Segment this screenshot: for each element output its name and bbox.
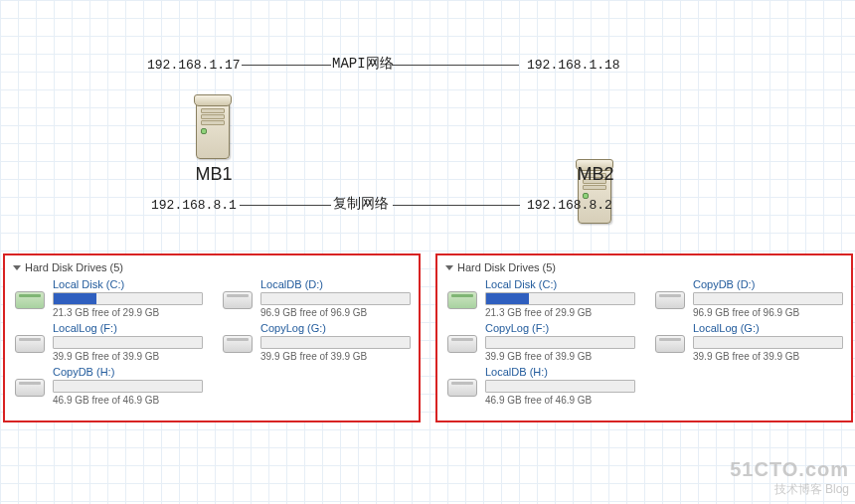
drive-icon [445,285,479,311]
drive-usage-bar [485,380,635,393]
drive-icon [653,285,687,311]
drive-name: CopyLog (F:) [485,322,635,334]
watermark-line1: 51CTO.com [730,458,849,481]
drive-item[interactable]: CopyDB (H:)46.9 GB free of 46.9 GB [13,367,203,405]
ip-mb2-mapi: 192.168.1.18 [527,58,620,73]
repl-line-left [240,205,331,206]
drive-icon [13,285,47,311]
drive-item[interactable]: LocalDB (D:)96.9 GB free of 96.9 GB [221,279,411,317]
watermark-line2: 技术博客 Blog [730,481,849,498]
drives-panel-mb1-header: Hard Disk Drives (5) [25,261,123,273]
drive-item[interactable]: Local Disk (C:)21.3 GB free of 29.9 GB [13,279,203,317]
drive-free-text: 39.9 GB free of 39.9 GB [53,351,203,362]
drive-free-text: 39.9 GB free of 39.9 GB [485,351,635,362]
drive-name: LocalDB (D:) [260,278,411,290]
drive-name: Local Disk (C:) [485,278,635,290]
drive-free-text: 46.9 GB free of 46.9 GB [485,395,635,406]
drive-icon [221,285,255,311]
drives-panel-mb1: Hard Disk Drives (5) Local Disk (C:)21.3… [3,253,421,422]
drive-name: Local Disk (C:) [53,278,203,290]
mapi-line-left [242,65,331,66]
drive-usage-bar [485,336,635,349]
drive-item[interactable]: LocalDB (H:)46.9 GB free of 46.9 GB [445,367,635,405]
drive-icon [445,329,479,355]
drive-usage-bar [260,292,411,305]
drive-icon [653,329,687,355]
drive-usage-bar [693,336,843,349]
drive-item[interactable]: CopyLog (F:)39.9 GB free of 39.9 GB [445,323,635,361]
repl-line-right [393,205,520,206]
drive-free-text: 46.9 GB free of 46.9 GB [53,395,203,406]
ip-mb1-mapi: 192.168.1.17 [147,58,241,73]
drive-name: LocalLog (G:) [693,322,843,334]
drive-name: LocalDB (H:) [485,366,635,378]
drive-usage-bar [53,380,203,393]
drive-icon [445,373,479,399]
drive-item[interactable]: LocalLog (F:)39.9 GB free of 39.9 GB [13,323,203,361]
drive-name: CopyDB (H:) [53,366,203,378]
mapi-line-right [392,65,519,66]
drive-icon [13,329,47,355]
drive-name: CopyLog (G:) [260,322,411,334]
drive-usage-bar [53,336,203,349]
drive-icon [13,373,47,399]
drive-free-text: 21.3 GB free of 29.9 GB [53,307,203,318]
drive-usage-bar [53,292,203,305]
drive-name: CopyDB (D:) [693,278,843,290]
drive-name: LocalLog (F:) [53,322,203,334]
drive-free-text: 21.3 GB free of 29.9 GB [485,307,635,318]
drive-free-text: 96.9 GB free of 96.9 GB [260,307,411,318]
ip-mb1-repl: 192.168.8.1 [151,198,237,213]
drive-usage-bar [260,336,411,349]
replication-network-label: 复制网络 [333,195,389,213]
drive-item[interactable]: Local Disk (C:)21.3 GB free of 29.9 GB [445,279,635,317]
mapi-network-label: MAPI网络 [332,55,394,73]
drive-item[interactable]: CopyDB (D:)96.9 GB free of 96.9 GB [653,279,843,317]
server-mb1-icon [192,94,234,159]
drive-item[interactable]: LocalLog (G:)39.9 GB free of 39.9 GB [653,323,843,361]
watermark: 51CTO.com 技术博客 Blog [730,458,849,498]
drive-item[interactable]: CopyLog (G:)39.9 GB free of 39.9 GB [221,323,411,361]
drive-free-text: 39.9 GB free of 39.9 GB [693,351,843,362]
drive-free-text: 96.9 GB free of 96.9 GB [693,307,843,318]
drive-free-text: 39.9 GB free of 39.9 GB [260,351,411,362]
drive-usage-bar [693,292,843,305]
drives-panel-mb2-header: Hard Disk Drives (5) [457,261,556,273]
drives-panel-mb2: Hard Disk Drives (5) Local Disk (C:)21.3… [435,253,853,422]
ip-mb2-repl: 192.168.8.2 [527,198,612,213]
drive-icon [221,329,255,355]
drive-usage-bar [485,292,635,305]
server-mb2-name: MB2 [561,164,630,185]
server-mb1-name: MB1 [179,164,249,185]
